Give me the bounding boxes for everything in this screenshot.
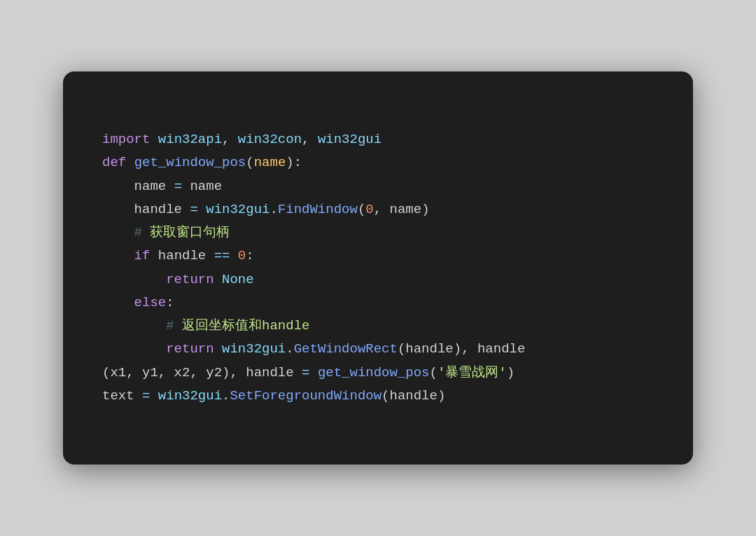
line-6: if handle == 0:	[102, 248, 254, 263]
line-1: import win32api, win32con, win32gui	[102, 132, 382, 147]
code-card: import win32api, win32con, win32gui def …	[63, 71, 693, 465]
line-11: (x1, y1, x2, y2), handle = get_window_po…	[102, 365, 514, 380]
line-12: text = win32gui.SetForegroundWindow(hand…	[102, 388, 445, 404]
line-5: # 获取窗口句柄	[102, 225, 230, 240]
line-10: return win32gui.GetWindowRect(handle), h…	[102, 341, 525, 357]
code-block: import win32api, win32con, win32gui def …	[102, 105, 654, 432]
line-2: def get_window_pos(name):	[102, 155, 302, 170]
line-9: # 返回坐标值和handle	[102, 318, 309, 334]
line-4: handle = win32gui.FindWindow(0, name)	[102, 202, 430, 217]
line-8: else:	[102, 295, 174, 310]
line-7: return None	[102, 272, 254, 287]
line-3: name = name	[102, 179, 222, 194]
